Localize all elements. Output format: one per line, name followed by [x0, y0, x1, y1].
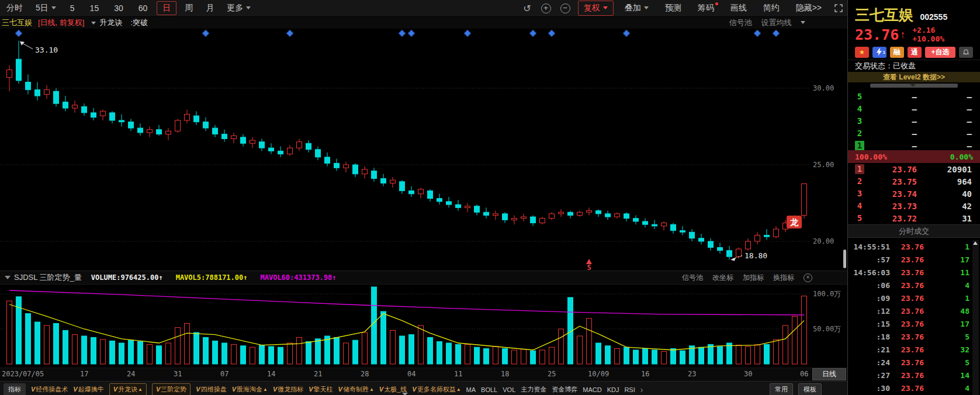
chips-button[interactable]: 筹码 — [692, 1, 719, 15]
price-up-arrow-icon: ↑ — [900, 29, 905, 41]
trade-volume: 4 — [924, 384, 980, 393]
indicator-tab-升龙诀[interactable]: V升龙诀▲ — [109, 383, 147, 395]
period-minute[interactable]: 分时 — [0, 1, 29, 15]
hide-button[interactable]: 隐藏>> — [791, 1, 827, 15]
trade-price: 23.76 — [890, 242, 924, 251]
x-axis-date-label: 23 — [688, 370, 696, 378]
candlestick-chart[interactable]: 30.0025.0020.0033.1018.80S — [0, 29, 847, 271]
indicator-tab-指标[interactable]: 指标 — [4, 383, 26, 395]
indicator-tab-MACD[interactable]: MACD — [583, 386, 601, 393]
period-day-selected[interactable]: 日 — [157, 1, 176, 15]
indicator-tab-更多名师权益[interactable]: V更多名师权益▲ — [412, 385, 460, 394]
volume-bar — [587, 318, 592, 364]
buy-level-row[interactable]: 423.7342 — [848, 200, 980, 212]
close-pane-icon[interactable]: × — [804, 273, 812, 282]
fullscreen-icon[interactable] — [834, 4, 843, 12]
volume-bar — [353, 340, 358, 364]
collapse-handle[interactable] — [870, 84, 958, 88]
panel-resize-handle[interactable] — [843, 250, 846, 268]
indicator-tab-KDJ[interactable]: KDJ — [607, 386, 619, 393]
connect-badge[interactable]: 通 — [908, 47, 922, 58]
signal-pool-button[interactable]: 信号池 — [682, 273, 703, 283]
period-15min[interactable]: 15 — [82, 2, 107, 15]
period-30min[interactable]: 30 — [106, 2, 131, 15]
signal-diamond-icon — [773, 30, 779, 36]
x-axis-date-label: 31 — [174, 370, 182, 378]
sell-level-row[interactable]: 2—— — [848, 127, 980, 140]
trade-time: 14:55:51 — [848, 242, 890, 251]
switch-indicator-button[interactable]: 换指标 — [773, 273, 794, 283]
sell-level-row[interactable]: 5—— — [848, 91, 980, 103]
volume-bar — [381, 311, 386, 364]
volume-bar — [708, 344, 714, 364]
indicator-tab-VOL[interactable]: VOL — [503, 386, 515, 393]
level2-link[interactable]: 查看 Level2 数据>> — [848, 72, 980, 82]
add-indicator-button[interactable]: 加指标 — [743, 273, 764, 283]
margin-badge[interactable]: 融 — [890, 47, 904, 58]
zoom-in-icon[interactable]: + — [541, 4, 551, 13]
buy-level-row[interactable]: 123.7620901 — [848, 163, 980, 175]
indicator-tab-三阶定势[interactable]: V三阶定势 — [152, 383, 191, 395]
level-volume: 20901 — [917, 165, 980, 174]
indicator-tab-擎天柱[interactable]: V擎天柱 — [309, 385, 333, 394]
undo-icon[interactable]: ↺ — [523, 3, 531, 14]
forecast-button[interactable]: 预测 — [660, 1, 687, 15]
change-scale-button[interactable]: 改坐标 — [712, 273, 733, 283]
candle-body — [605, 214, 611, 217]
indicator-tab-经伟操盘术[interactable]: V经伟操盘术 — [31, 385, 68, 394]
period-5day[interactable]: 5日 — [29, 1, 63, 15]
sell-order-book: 5——4——3——2——1—— — [848, 88, 980, 150]
tick-trades-list[interactable]: 14:55:5123.761:5723.761714:56:0323.7611:… — [848, 238, 980, 395]
indicator-tab-储奇制胜[interactable]: V储奇制胜▲ — [338, 385, 374, 394]
add-watchlist-button[interactable]: +自选 — [925, 47, 955, 58]
volume-bar — [437, 342, 442, 364]
simple-mode-button[interactable]: 简约 — [758, 1, 785, 15]
buy-level-row[interactable]: 223.75964 — [848, 175, 980, 188]
sell-level-row[interactable]: 4—— — [848, 103, 980, 115]
indicator-tab-主力资金[interactable]: 主力资金 — [521, 385, 546, 394]
candle-body — [624, 214, 629, 219]
indicator-tab-四维操盘[interactable]: V四维操盘 — [196, 385, 226, 394]
zoom-out-icon[interactable]: − — [560, 4, 570, 13]
volume-bar — [475, 347, 480, 364]
collapse-triangle-icon[interactable] — [5, 276, 11, 279]
period-label[interactable]: 日线 — [812, 368, 846, 380]
chevron-down-icon[interactable] — [91, 22, 96, 25]
tick-trades-title[interactable]: 分时成交 — [848, 224, 980, 238]
tab-label: VOL — [503, 386, 515, 393]
period-5min[interactable]: 5 — [63, 2, 82, 15]
overlay-button[interactable]: 叠加 — [619, 1, 654, 15]
main-indicator-label[interactable]: 升龙诀 — [99, 18, 122, 28]
alert-bell-button[interactable] — [959, 47, 973, 58]
indicator-tab-起爆擒牛[interactable]: V起爆擒牛 — [73, 385, 103, 394]
period-60min[interactable]: 60 — [131, 2, 155, 15]
indicator-tab-›[interactable]: › — [640, 385, 643, 394]
check-v-icon: V — [31, 386, 35, 393]
draw-line-button[interactable]: 画线 — [725, 1, 752, 15]
indicator-tab-股海淘金[interactable]: V股海淘金▲ — [232, 385, 268, 394]
indicator-tab-微龙指标[interactable]: V微龙指标 — [273, 385, 303, 394]
candle-body — [465, 206, 470, 208]
indicator-tab-模板[interactable]: 模板 — [798, 383, 822, 395]
volume-indicator-name[interactable]: SJDSL 三阶定势_量 — [14, 272, 82, 283]
fuquan-button[interactable]: 复权 — [578, 1, 614, 16]
candle-body — [418, 189, 424, 194]
sell-level-row[interactable]: 3—— — [848, 115, 980, 127]
indicator-tab-MA[interactable]: MA — [466, 386, 476, 393]
candle-body — [503, 214, 508, 220]
indicator-tab-BOLL[interactable]: BOLL — [481, 386, 497, 393]
indicator-tab-资金博弈[interactable]: 资金博弈 — [552, 385, 577, 394]
buy-level-row[interactable]: 323.7440 — [848, 188, 980, 200]
period-month[interactable]: 月 — [199, 1, 220, 15]
signal-pool-button[interactable]: 信号池 — [729, 18, 752, 27]
period-week[interactable]: 周 — [178, 1, 199, 15]
period-more[interactable]: 更多 — [220, 1, 257, 15]
lightning-badge[interactable]: 1 — [872, 47, 886, 58]
scroll-up-icon[interactable] — [973, 241, 978, 245]
indicator-tab-常用[interactable]: 常用 — [770, 383, 793, 395]
buy-level-row[interactable]: 523.7231 — [848, 212, 980, 224]
indicator-tab-RSI[interactable]: RSI — [624, 386, 635, 393]
set-ma-button[interactable]: 设置均线 — [761, 18, 791, 27]
trades-scrollbar[interactable] — [972, 240, 979, 395]
volume-chart[interactable]: 100.0万50.00万 — [0, 285, 847, 368]
